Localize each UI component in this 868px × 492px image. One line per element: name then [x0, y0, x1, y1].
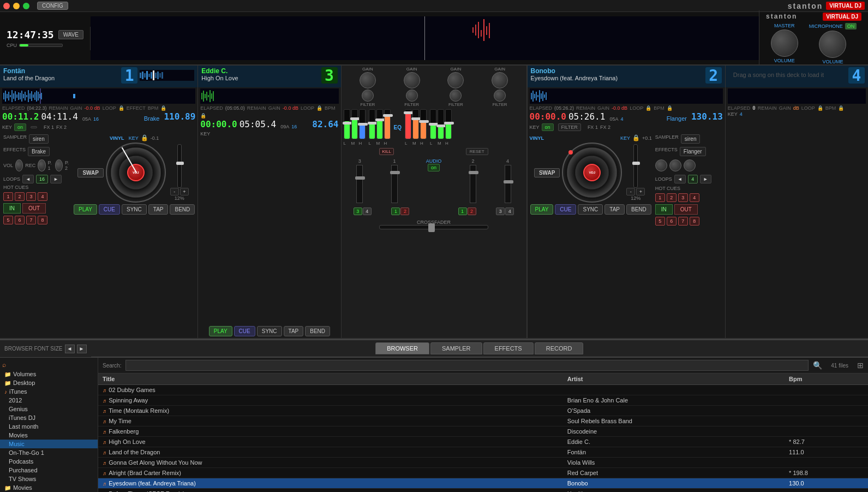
sidebar-item-purchased[interactable]: Purchased	[0, 466, 98, 475]
table-row[interactable]: ♬ FalkenbergDiscodeine	[98, 426, 868, 437]
deck3-play-btn[interactable]: PLAY	[209, 326, 232, 336]
deck1-out-btn[interactable]: OUT	[22, 203, 46, 214]
mixer-eq-ch1-mid[interactable]	[351, 109, 358, 139]
deck1-bend-plus[interactable]: +	[180, 188, 189, 195]
deck1-cue-btn[interactable]: CUE	[99, 204, 120, 215]
deck1-hot1[interactable]: 1	[3, 192, 13, 201]
deck1-hot4[interactable]: 4	[38, 192, 47, 201]
deck2-pitch-thumb[interactable]	[632, 162, 640, 165]
mixer-ch1-fader[interactable]	[391, 165, 398, 203]
deck2-in-btn[interactable]: IN	[655, 204, 673, 215]
mixer-ch3-num1[interactable]: 3	[354, 208, 362, 215]
mixer-eq-ch2-mid[interactable]	[376, 109, 383, 139]
close-button[interactable]	[3, 3, 10, 9]
mixer-eq-ch2-high-thumb[interactable]	[383, 114, 393, 117]
mixer-eq-ch3-high[interactable]	[420, 109, 427, 139]
deck1-filter-btn[interactable]	[31, 126, 37, 128]
maximize-button[interactable]	[23, 3, 29, 9]
mixer-gain-knob-3[interactable]	[447, 72, 464, 88]
deck1-hot2[interactable]: 2	[15, 192, 25, 201]
table-row[interactable]: ♬ Eyesdown (feat. Andreya Triana)Bonobo1…	[98, 478, 868, 489]
mixer-eq-ch4-high-thumb[interactable]	[444, 122, 454, 125]
deck1-p1-knob[interactable]	[38, 159, 45, 171]
mixer-reset-btn[interactable]: RESET	[466, 148, 488, 155]
deck3-tap-btn[interactable]: TAP	[284, 326, 304, 336]
deck2-hot5[interactable]: 5	[655, 217, 665, 226]
sidebar-item-on-the-go[interactable]: On-The-Go 1	[0, 448, 98, 457]
sidebar-item-volumes[interactable]: 📁 Volumes	[0, 370, 98, 378]
mixer-eq-ch4-high[interactable]	[445, 109, 452, 139]
mixer-filter-knob-1[interactable]	[362, 90, 374, 102]
mixer-eq-ch1-high[interactable]	[359, 109, 366, 139]
deck1-sync-btn[interactable]: SYNC	[122, 204, 147, 215]
deck2-sync-btn[interactable]: SYNC	[578, 204, 603, 215]
deck1-effects-val[interactable]: Brake	[28, 147, 50, 156]
mixer-eq-ch2-low-thumb[interactable]	[368, 122, 378, 125]
mixer-ch1-num2[interactable]: 2	[400, 208, 409, 215]
deck1-hot3[interactable]: 3	[26, 192, 36, 201]
mixer-filter-knob-2[interactable]	[406, 90, 418, 102]
mixer-on-btn[interactable]: on	[428, 164, 440, 171]
table-row[interactable]: ♬ My TimeSoul Rebels Brass Band	[98, 416, 868, 426]
sidebar-item-desktop[interactable]: 📁 Desktop	[0, 378, 98, 387]
mixer-ch3-fader[interactable]	[356, 165, 363, 203]
deck1-loop-prev[interactable]: ◄	[22, 175, 34, 183]
mixer-ch2-num1[interactable]: 1	[458, 208, 467, 215]
deck2-loop-next[interactable]: ►	[700, 175, 711, 183]
deck1-play-btn[interactable]: PLAY	[74, 204, 97, 215]
deck2-hot2[interactable]: 2	[667, 193, 677, 202]
deck1-swap-btn[interactable]: SWAP	[77, 168, 103, 177]
deck2-bend-minus[interactable]: -	[626, 188, 635, 195]
sidebar-item-lastmonth[interactable]: Last month	[0, 422, 98, 431]
deck2-hot1[interactable]: 1	[655, 193, 665, 202]
mixer-ch1-num1[interactable]: 1	[391, 208, 400, 215]
mixer-crossfader-thumb[interactable]	[428, 223, 435, 232]
table-row[interactable]: ♬ Gonna Get Along Without You NowViola W…	[98, 458, 868, 468]
table-row[interactable]: ♬ Alright (Brad Carter Remix)Red Carpet*…	[98, 468, 868, 478]
deck3-sync-btn[interactable]: SYNC	[257, 326, 282, 336]
deck1-vol-knob[interactable]	[15, 159, 23, 171]
tab-browser[interactable]: BROWSER	[375, 342, 429, 354]
mixer-ch3-num2[interactable]: 4	[363, 208, 372, 215]
deck1-hot5[interactable]: 5	[3, 216, 13, 224]
deck2-hot8[interactable]: 8	[690, 217, 699, 226]
sidebar-item-tvshows[interactable]: TV Shows	[0, 475, 98, 483]
deck1-hot8[interactable]: 8	[38, 216, 47, 224]
file-list-scroll[interactable]: Title Artist Bpm ♬ 02 Dubby Games♬ Spinn…	[98, 374, 868, 492]
deck2-play-btn[interactable]: PLAY	[530, 204, 554, 215]
mixer-ch4-fader-thumb[interactable]	[504, 180, 513, 183]
deck3-cue-btn[interactable]: CUE	[234, 326, 255, 336]
microphone-volume-knob[interactable]	[819, 31, 846, 58]
table-row[interactable]: ♬ 02 Dubby Games	[98, 385, 868, 395]
deck1-in-btn[interactable]: IN	[3, 203, 21, 214]
mixer-ch2-fader[interactable]	[470, 165, 476, 203]
deck2-sampler-val[interactable]: siren	[681, 134, 701, 144]
font-size-increase[interactable]: ►	[77, 345, 87, 353]
deck2-pitch-track[interactable]	[633, 144, 638, 188]
table-row[interactable]: ♬ Before Tigers (CFCF Remix)Health	[98, 489, 868, 493]
tab-sampler[interactable]: SAMPLER	[430, 342, 482, 354]
deck2-pitch-slider[interactable]: - + 12%	[624, 144, 647, 201]
sidebar-item-podcasts[interactable]: Podcasts	[0, 457, 98, 466]
mixer-eq-ch1-low[interactable]	[344, 109, 350, 139]
tab-effects[interactable]: EFFECTS	[483, 342, 534, 354]
table-row[interactable]: ♬ Time (Montauk Remix)O'Spada	[98, 406, 868, 416]
mixer-eq-ch1-high-thumb[interactable]	[358, 123, 368, 126]
mixer-eq-ch3-high-thumb[interactable]	[419, 120, 429, 123]
deck1-bend-btn[interactable]: BEND	[170, 204, 195, 215]
mixer-crossfader-track[interactable]	[379, 225, 488, 229]
deck2-key-on[interactable]: on	[542, 123, 554, 131]
tab-record[interactable]: RECORD	[535, 342, 584, 354]
deck1-pitch-thumb[interactable]	[176, 162, 184, 165]
mixer-ch4-fader[interactable]	[505, 165, 511, 203]
mixer-eq-ch1-mid-thumb[interactable]	[350, 117, 360, 120]
mixer-ch4-num1[interactable]: 3	[496, 208, 505, 215]
deck2-filter-btn[interactable]: FILTER	[558, 123, 581, 131]
mixer-eq-ch3-mid[interactable]	[412, 109, 419, 139]
deck2-cue-btn[interactable]: CUE	[555, 204, 576, 215]
mixer-gain-knob-4[interactable]	[492, 72, 508, 88]
table-row[interactable]: ♬ Spinning AwayBrian Eno & John Cale	[98, 395, 868, 406]
table-row[interactable]: ♬ Land of the DragonFontän111.0	[98, 447, 868, 458]
deck1-hot6[interactable]: 6	[15, 216, 25, 224]
deck2-bend-btn[interactable]: BEND	[626, 204, 651, 215]
